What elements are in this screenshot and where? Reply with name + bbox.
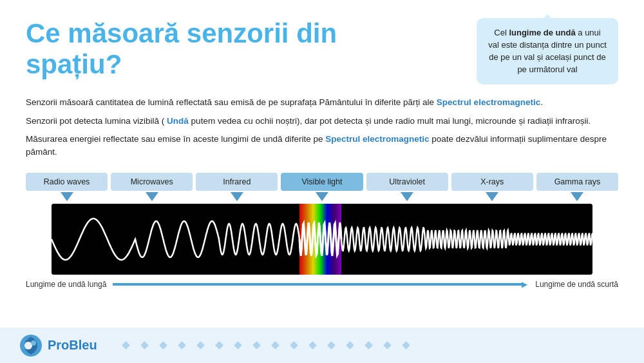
- footer-dot-4: [196, 341, 205, 349]
- spectrum-section: Radio wavesMicrowavesInfraredVisible lig…: [0, 173, 644, 275]
- footer: ProBleu: [0, 328, 644, 363]
- wavelength-bar: Lungime de undă lungă Lungime de undă sc…: [0, 275, 644, 289]
- spectrum-label-x-rays: X-rays: [451, 173, 533, 191]
- footer-dot-9: [290, 341, 298, 349]
- arrow-radio-waves: [26, 191, 108, 201]
- arrows-row: [26, 191, 618, 201]
- arrow-microwaves: [111, 191, 193, 201]
- highlight-3: Spectrul electromagnetic: [325, 134, 429, 144]
- spectrum-labels: [0, 164, 644, 173]
- wavelength-short-label: Lungime de undă scurtă: [535, 280, 618, 289]
- labels-row: Radio wavesMicrowavesInfraredVisible lig…: [26, 173, 618, 191]
- footer-dot-15: [402, 341, 410, 349]
- footer-dot-7: [252, 341, 261, 349]
- footer-dot-5: [215, 341, 223, 349]
- arrow-infrared: [196, 191, 278, 201]
- arrow-ultraviolet: [366, 191, 448, 201]
- footer-dot-12: [346, 341, 354, 349]
- paragraph-3: Măsurarea energiei reflectate sau emise …: [26, 133, 618, 159]
- wavelength-arrow: [113, 283, 522, 286]
- spectrum-label-infrared: Infrared: [196, 173, 278, 191]
- body-text-area: Senzorii măsoară cantitatea de lumină re…: [0, 84, 644, 159]
- footer-dot-1: [140, 341, 149, 349]
- logo-area: ProBleu: [19, 334, 97, 357]
- wave-svg: [52, 204, 592, 275]
- tooltip-bold: lungime de undă: [509, 28, 575, 37]
- footer-dot-8: [271, 341, 279, 349]
- spectrum-label-radio-waves: Radio waves: [26, 173, 108, 191]
- footer-dot-3: [178, 341, 186, 349]
- arrow-gamma-rays: [536, 191, 618, 201]
- wavelength-long-label: Lungime de undă lungă: [26, 280, 106, 289]
- footer-dot-2: [159, 341, 167, 349]
- footer-dot-0: [122, 341, 130, 349]
- wave-diagram: [52, 204, 592, 275]
- svg-point-4: [31, 340, 36, 346]
- logo-text: ProBleu: [48, 338, 97, 353]
- spectrum-label-ultraviolet: Ultraviolet: [366, 173, 448, 191]
- logo-icon: [19, 334, 43, 357]
- arrow-x-rays: [451, 191, 533, 201]
- highlight-2: Undă: [167, 116, 189, 126]
- footer-dots: [123, 342, 409, 348]
- footer-dot-10: [308, 341, 317, 349]
- paragraph-1: Senzorii măsoară cantitatea de lumină re…: [26, 96, 618, 109]
- arrow-visible-light: [281, 191, 363, 201]
- spectrum-label-gamma-rays: Gamma rays: [536, 173, 618, 191]
- page-title: Ce măsoară senzorii din spațiu?: [26, 18, 337, 81]
- paragraph-2: Senzorii pot detecta lumina vizibilă ( U…: [26, 115, 618, 128]
- footer-dot-14: [383, 341, 392, 349]
- page-container: Ce măsoară senzorii din spațiu? Cel lung…: [0, 0, 644, 363]
- tooltip-box: Cel lungime de undă a unui val este dist…: [477, 18, 618, 84]
- footer-dot-11: [327, 341, 336, 349]
- spectrum-label-microwaves: Microwaves: [111, 173, 193, 191]
- spectrum-label-visible-light: Visible light: [281, 173, 363, 191]
- footer-dot-13: [365, 341, 373, 349]
- header-area: Ce măsoară senzorii din spațiu? Cel lung…: [0, 0, 644, 84]
- highlight-1: Spectrul electromagnetic: [437, 97, 540, 107]
- footer-dot-6: [234, 341, 242, 349]
